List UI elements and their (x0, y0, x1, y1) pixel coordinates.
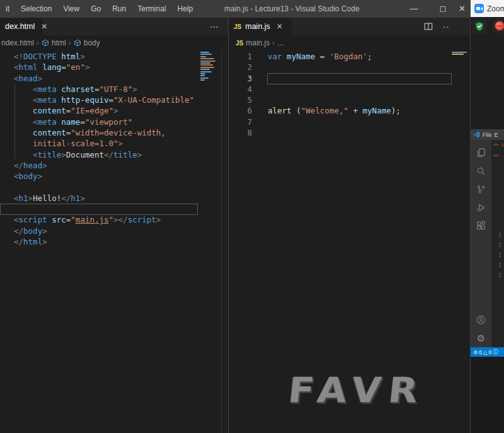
code-line[interactable]: <meta charset="UTF-8"> (14, 84, 198, 95)
tab-label: main.js (245, 22, 270, 31)
code-line[interactable]: <head> (14, 73, 198, 84)
tabbar-left: dex.html ✕ ⋯ (0, 18, 228, 35)
menu-item-view[interactable]: View (57, 0, 85, 18)
line-number: 4 (229, 84, 252, 95)
zoom-label: Zoom (487, 4, 504, 13)
editor-index-html[interactable]: <!DOCTYPE html><html lang="en"><head> <m… (14, 51, 198, 247)
breadcrumb-separator-icon: › (37, 38, 39, 47)
activity-bar: ⚙ (471, 140, 491, 347)
warnings-count: 0 (488, 349, 491, 355)
code-line[interactable] (268, 117, 450, 127)
more-actions-icon[interactable]: ⋯ (210, 21, 219, 32)
tab-close-icon[interactable]: ✕ (41, 22, 47, 31)
symbol-cube-icon (74, 39, 81, 47)
menu-item-selection[interactable]: Selection (15, 0, 57, 18)
code-line[interactable] (268, 84, 450, 95)
tray-area (471, 17, 504, 129)
security-shield-icon[interactable] (472, 20, 486, 33)
minimap-left[interactable] (200, 52, 222, 81)
code-line[interactable]: </body> (14, 226, 198, 236)
maximize-button[interactable]: ◻ (428, 0, 457, 18)
more-actions-icon[interactable]: ·· (443, 21, 450, 32)
info-icon: ⓘ (493, 349, 498, 356)
line-number: 3 (229, 73, 252, 84)
breadcrumb-separator-icon: › (69, 38, 71, 47)
code-line[interactable]: <!DOCTYPE html> (14, 51, 198, 62)
code-line[interactable] (268, 95, 450, 105)
minimize-button[interactable]: — (399, 0, 428, 18)
window-title: main.js - Lecture13 - Visual Studio Code (224, 0, 360, 18)
menu-item-go[interactable]: Go (85, 0, 106, 18)
line-number: 8 (229, 127, 252, 138)
code-line[interactable] (14, 182, 198, 193)
code-line[interactable] (268, 127, 450, 138)
editor-sash[interactable] (221, 50, 222, 433)
current-line-highlight (267, 73, 452, 84)
menu-item-terminal[interactable]: Terminal (132, 0, 171, 18)
titlebar: itSelectionViewGoRunTerminalHelp main.js… (0, 0, 470, 18)
menu-item-run[interactable]: Run (106, 0, 132, 18)
editor-main-js[interactable]: var myName = 'Bogdan'; alert ("Welcome,"… (268, 51, 450, 138)
desktop-screen: itSelectionViewGoRunTerminalHelp main.js… (0, 0, 504, 433)
account-icon[interactable] (471, 311, 491, 329)
menu-item-it[interactable]: it (0, 0, 15, 18)
menu-file[interactable]: File (483, 132, 492, 138)
breadcrumb-file[interactable]: main.js (246, 38, 270, 47)
search-icon[interactable] (471, 162, 491, 180)
second-titlebar: File E (471, 129, 504, 140)
extensions-icon[interactable] (471, 217, 491, 235)
split-editor-icon[interactable] (424, 22, 433, 31)
explorer-icon[interactable] (471, 144, 491, 162)
code-line[interactable]: <html lang="en"> (14, 62, 198, 72)
code-line[interactable]: <meta http-equiv="X-UA-Compatible" (14, 95, 198, 105)
second-statusbar[interactable]: ⊘ 0 △ 0 ⓘ (471, 347, 504, 357)
line-number: 2 (229, 62, 252, 72)
menu-item-help[interactable]: Help (172, 0, 199, 18)
indent-guide (14, 84, 15, 159)
editor-actions-right: ·· (424, 18, 450, 35)
code-line[interactable]: <meta name="viewport" (14, 117, 198, 127)
code-line[interactable]: initial-scale=1.0"> (14, 138, 198, 149)
run-debug-icon[interactable] (471, 199, 491, 217)
breadcrumb-file[interactable]: ndex.html (1, 38, 34, 47)
tab-index-html[interactable]: dex.html ✕ (0, 18, 43, 35)
file-item-html[interactable]: <> (491, 151, 504, 161)
code-line[interactable]: </head> (14, 160, 198, 171)
code-line[interactable]: content="IE=edge"> (14, 105, 198, 116)
breadcrumb-node[interactable]: ... (277, 38, 284, 47)
zoom-taskbar-item[interactable]: Zoom (471, 0, 504, 17)
breadcrumb-html[interactable]: html (52, 38, 66, 47)
code-line[interactable]: <h1>Hello!</h1> (14, 193, 198, 204)
js-file-icon: JS (234, 23, 241, 30)
breadcrumb-separator-icon: › (272, 38, 275, 47)
code-line[interactable]: content="width=device-width, (14, 127, 198, 138)
tab-close-icon[interactable]: ✕ (277, 22, 283, 31)
code-line[interactable]: <title>Document</title> (14, 149, 198, 160)
second-line-numbers: 11111 (498, 230, 501, 280)
desktop-background (471, 357, 504, 433)
tab-main-js[interactable]: JS main.js ✕ (229, 18, 292, 35)
code-line[interactable]: alert ("Welcome," + myName); (268, 105, 450, 116)
tabbar-right: JS main.js ✕ ·· (229, 18, 470, 35)
vscode-second-window[interactable]: File E ⚙ <> i <> 11111 ⊘ 0 △ 0 ⓘ (471, 129, 504, 357)
recording-dot-icon[interactable] (495, 21, 504, 30)
warnings-icon: △ (483, 349, 488, 355)
code-line[interactable]: </html> (14, 236, 198, 247)
close-button[interactable]: ✕ (457, 0, 470, 18)
symbol-cube-icon (42, 39, 49, 47)
window-edge-divider (470, 0, 471, 433)
code-line[interactable] (268, 62, 450, 72)
line-number: 7 (229, 117, 252, 127)
code-line[interactable]: <script src="main.js"></script> (14, 214, 198, 225)
favr-watermark: FAVR (287, 370, 428, 410)
menu-bar: itSelectionViewGoRunTerminalHelp (0, 0, 198, 18)
breadcrumb-body[interactable]: body (84, 38, 100, 47)
source-control-icon[interactable] (471, 180, 491, 199)
code-line[interactable]: <body> (14, 171, 198, 182)
file-item-html[interactable]: <> i (491, 140, 504, 151)
code-line[interactable]: var myName = 'Bogdan'; (268, 51, 450, 62)
settings-gear-icon[interactable]: ⚙ (471, 329, 491, 347)
menu-edit-cut[interactable]: E (495, 132, 498, 138)
minimap-right[interactable] (452, 52, 468, 56)
line-number: 1 (229, 51, 252, 62)
